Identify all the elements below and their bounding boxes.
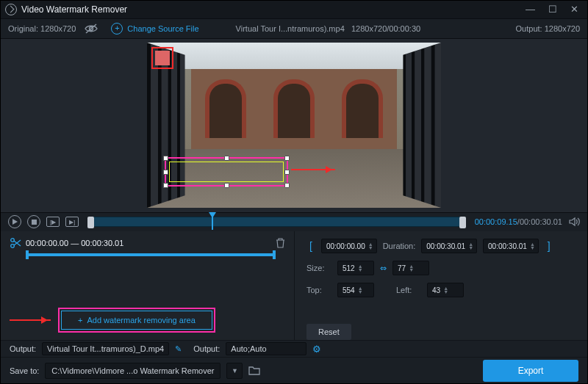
add-watermark-area-label: Add watermark removing area (87, 316, 195, 325)
save-to-label: Save to: (10, 366, 39, 375)
playback-bar: [▶ ▶] 00:00:09.15/00:00:30.01 (1, 212, 587, 232)
preview-area (1, 39, 587, 212)
add-watermark-area-button[interactable]: + Add watermark removing area (61, 311, 212, 330)
output-preset-label: Output: (193, 344, 220, 353)
app-title: Video Watermark Remover (21, 4, 127, 15)
time-range-row: [ 00:00:00.00▲▼ Duration:00:00:30.01▲▼ 0… (306, 239, 576, 253)
lower-panes: 00:00:00.00 — 00:00:30.01 + Add watermar… (1, 231, 587, 340)
resize-handle[interactable] (163, 170, 168, 175)
resize-handle[interactable] (284, 183, 290, 188)
start-time-input[interactable]: 00:00:00.00▲▼ (321, 239, 377, 253)
segment-track[interactable] (26, 253, 276, 256)
trim-handle-left[interactable] (87, 217, 94, 228)
trim-handle-right[interactable] (459, 217, 466, 228)
minimize-button[interactable]: — (526, 4, 535, 15)
duration-label: Duration: (383, 242, 416, 250)
open-folder-button[interactable] (248, 366, 260, 375)
size-width-input[interactable]: 512▲▼ (337, 261, 374, 275)
titlebar: Video Watermark Remover — ☐ ✕ (1, 1, 587, 19)
top-label: Top: (306, 286, 331, 294)
plus-circle-icon: + (111, 23, 123, 35)
rename-output-button[interactable]: ✎ (175, 344, 182, 354)
annotation-qr-highlight (151, 47, 173, 69)
position-row: Top: 554▲▼ Left: 43▲▼ (306, 283, 576, 297)
output-file-field: Virtual Tour It...tramuros)_D.mp4 (42, 342, 169, 355)
file-meta: Virtual Tour I...ntramuros).mp4 1280x720… (236, 24, 421, 33)
info-bar: Original: 1280x720 + Change Source File … (1, 19, 587, 39)
output-file-row: Output: Virtual Tour It...tramuros)_D.mp… (1, 340, 587, 357)
save-path-dropdown[interactable]: ▼ (226, 363, 243, 379)
export-button[interactable]: Export (483, 360, 578, 382)
segment-header: 00:00:00.00 — 00:00:30.01 (10, 237, 285, 249)
change-source-label: Change Source File (127, 24, 198, 33)
resize-handle[interactable] (163, 183, 168, 188)
volume-icon[interactable] (568, 216, 580, 228)
app-logo-icon (5, 4, 17, 15)
original-label: Original: 1280x720 (8, 24, 76, 33)
bracket-right-icon[interactable]: ] (545, 240, 553, 252)
segment-range: 00:00:00.00 — 00:00:30.01 (26, 239, 271, 247)
save-path-field: C:\Vidmore\Vidmore ...o Watermark Remove… (45, 363, 220, 379)
top-input[interactable]: 554▲▼ (337, 283, 374, 297)
size-row: Size: 512▲▼ ⇔ 77▲▼ (306, 261, 576, 275)
scissors-icon (10, 237, 21, 249)
save-row: Save to: C:\Vidmore\Vidmore ...o Waterma… (1, 357, 587, 383)
properties-pane: [ 00:00:00.00▲▼ Duration:00:00:30.01▲▼ 0… (295, 231, 587, 340)
annotation-arrow (291, 169, 335, 170)
timecode: 00:00:09.15/00:00:30.01 (475, 217, 562, 226)
resize-handle[interactable] (163, 156, 168, 161)
plus-icon: + (78, 316, 82, 325)
output-settings-button[interactable]: ⚙ (312, 344, 321, 355)
resize-handle[interactable] (224, 156, 229, 161)
add-area-wrap: + Add watermark removing area (10, 311, 285, 330)
playhead[interactable] (209, 212, 216, 222)
output-preset-field: Auto;Auto (226, 342, 306, 355)
watermark-selection-box[interactable] (165, 157, 288, 186)
app-window: Video Watermark Remover — ☐ ✕ Original: … (0, 0, 588, 384)
svg-point-3 (11, 239, 15, 242)
bracket-left-icon[interactable]: [ (306, 240, 315, 252)
resize-handle[interactable] (284, 170, 290, 175)
maximize-button[interactable]: ☐ (548, 4, 557, 15)
left-label: Left: (396, 286, 421, 294)
window-controls: — ☐ ✕ (526, 4, 583, 15)
timeline-scrubber[interactable] (87, 217, 466, 227)
change-source-button[interactable]: + Change Source File (111, 23, 198, 35)
delete-segment-button[interactable] (276, 238, 285, 248)
resize-handle[interactable] (224, 183, 229, 188)
end-time-input[interactable]: 00:00:30.01▲▼ (483, 239, 539, 253)
size-label: Size: (306, 264, 331, 272)
app-logo-wrap: Video Watermark Remover (5, 4, 127, 15)
output-file-label: Output: (10, 344, 36, 353)
play-button[interactable] (8, 215, 21, 228)
annotation-arrow (10, 319, 51, 321)
output-resolution: Output: 1280x720 (516, 24, 580, 33)
left-input[interactable]: 43▲▼ (427, 283, 464, 297)
link-aspect-icon[interactable]: ⇔ (380, 264, 387, 273)
svg-rect-2 (32, 220, 37, 225)
reset-button[interactable]: Reset (306, 324, 351, 340)
set-out-button[interactable]: ▶] (65, 217, 79, 227)
set-in-button[interactable]: [▶ (46, 217, 60, 227)
toggle-preview-icon[interactable] (83, 23, 99, 34)
svg-point-4 (11, 244, 15, 248)
video-preview[interactable] (147, 43, 441, 208)
duration-input[interactable]: 00:00:30.01▲▼ (421, 239, 477, 253)
resize-handle[interactable] (284, 156, 290, 161)
size-height-input[interactable]: 77▲▼ (392, 261, 429, 275)
stop-button[interactable] (27, 215, 40, 228)
close-button[interactable]: ✕ (570, 4, 578, 15)
segments-pane: 00:00:00.00 — 00:00:30.01 + Add watermar… (1, 231, 295, 340)
